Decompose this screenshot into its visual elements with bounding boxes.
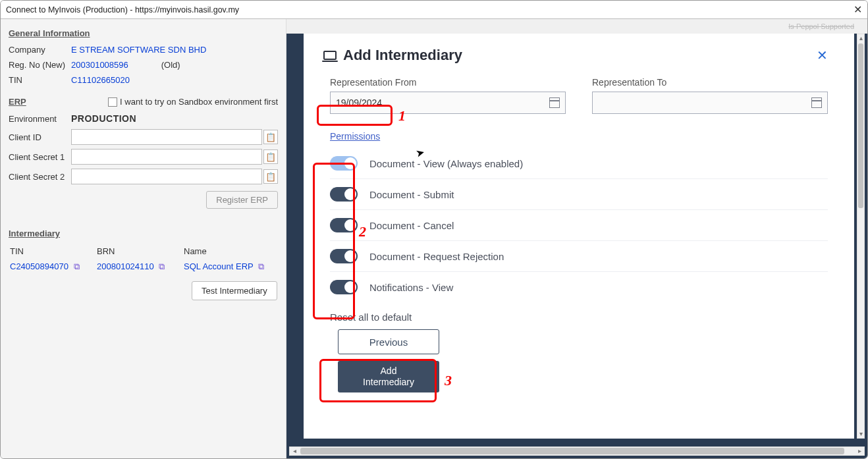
clipboard-icon[interactable]: 📋	[263, 130, 278, 144]
close-icon[interactable]: ✕	[854, 3, 862, 16]
row-brn: 200801024110	[97, 261, 154, 271]
close-icon[interactable]: ✕	[817, 47, 828, 63]
perm-row: Document - Submit	[330, 179, 828, 210]
peppol-hint: Is Peppol Supported	[788, 22, 854, 30]
col-tin: TIN	[10, 246, 95, 260]
general-heading: General Information	[9, 28, 278, 38]
secret1-input[interactable]	[71, 149, 262, 165]
top-strip: Is Peppol Supported	[286, 19, 867, 34]
intermediary-table-row: C24050894070 ⧉ 200801024110 ⧉ SQL Accoun…	[10, 261, 277, 272]
toggle-notif-view[interactable]	[330, 280, 358, 294]
row-tin: C24050894070	[10, 261, 68, 271]
row-name: SQL Account ERP	[184, 261, 254, 271]
vertical-scrollbar[interactable]: ▴ ▾	[857, 34, 865, 439]
tin-label: TIN	[9, 75, 71, 85]
env-label: Environment	[9, 114, 71, 124]
secret2-input[interactable]	[71, 169, 262, 184]
sandbox-checkbox[interactable]	[108, 97, 117, 107]
perm-label: Document - View (Always enabled)	[369, 158, 523, 169]
web-panel: Add Intermediary ✕ Representation From 1…	[304, 34, 854, 439]
clientid-input[interactable]	[71, 129, 262, 145]
window-title: Connect to MyInvois (Production) - https…	[6, 5, 239, 14]
secret2-label: Client Secret 2	[9, 172, 71, 182]
sandbox-text: I want to try on Sandbox environment fir…	[120, 97, 278, 107]
add-intermediary-button[interactable]: Add Intermediary	[338, 361, 439, 392]
toggle-doc-reject[interactable]	[330, 249, 358, 263]
perm-row: Document - Request Rejection	[330, 241, 828, 272]
toggle-doc-submit[interactable]	[330, 187, 358, 202]
toggle-doc-view	[330, 156, 358, 171]
left-panel: General Information Company E STREAM SOF…	[1, 19, 286, 458]
annotation-number-2: 2	[359, 223, 366, 240]
copy-icon[interactable]: ⧉	[256, 261, 267, 271]
erp-heading: ERP	[9, 97, 26, 107]
title-bar: Connect to MyInvois (Production) - https…	[1, 1, 867, 19]
regno-value: 200301008596	[71, 60, 128, 70]
calendar-icon[interactable]	[811, 97, 822, 108]
rep-from-value: 19/09/2024	[336, 97, 382, 108]
tin-value: C11102665020	[71, 75, 130, 85]
perm-label: Notifications - View	[369, 282, 453, 293]
company-value: E STREAM SOFTWARE SDN BHD	[71, 45, 206, 55]
permissions-heading: Permissions	[330, 131, 828, 142]
page-title-text: Add Intermediary	[343, 47, 462, 64]
page-title: Add Intermediary	[323, 47, 462, 64]
secret1-label: Client Secret 1	[9, 152, 71, 162]
company-label: Company	[9, 45, 71, 55]
regno-label: Reg. No (New)	[9, 60, 71, 70]
annotation-number-3: 3	[445, 372, 452, 389]
perm-label: Document - Request Rejection	[369, 251, 504, 262]
rep-to-input[interactable]	[592, 92, 828, 114]
register-erp-button[interactable]: Register ERP	[206, 191, 278, 209]
intermediary-heading: Intermediary	[9, 229, 278, 238]
env-value: PRODUCTION	[71, 113, 136, 124]
clientid-label: Client ID	[9, 132, 71, 142]
reset-link[interactable]: Reset all to default	[330, 311, 828, 323]
clipboard-icon[interactable]: 📋	[263, 169, 278, 184]
col-name: Name	[184, 246, 277, 260]
intermediary-table-header: TIN BRN Name	[10, 246, 277, 260]
previous-button[interactable]: Previous	[338, 329, 439, 354]
rep-from-label: Representation From	[330, 77, 566, 88]
rep-from-input[interactable]: 19/09/2024	[330, 92, 566, 114]
calendar-icon[interactable]	[549, 97, 560, 108]
rep-to-label: Representation To	[592, 77, 828, 88]
perm-label: Document - Submit	[369, 189, 454, 200]
perm-label: Document - Cancel	[369, 220, 454, 231]
toggle-doc-cancel[interactable]	[330, 218, 358, 232]
copy-icon[interactable]: ⧉	[156, 261, 167, 271]
horizontal-scrollbar[interactable]: ◂ ▸	[289, 446, 865, 456]
col-brn: BRN	[97, 246, 182, 260]
perm-row: Notifications - View	[330, 272, 828, 302]
copy-icon[interactable]: ⧉	[71, 261, 82, 271]
test-intermediary-button[interactable]: Test Intermediary	[192, 281, 277, 300]
perm-row: Document - View (Always enabled)	[330, 148, 828, 179]
perm-row: Document - Cancel	[330, 210, 828, 241]
sandbox-checkbox-label[interactable]: I want to try on Sandbox environment fir…	[108, 97, 278, 107]
regno-old-label: (Old)	[161, 60, 180, 70]
right-panel: Is Peppol Supported Add Intermediary ✕ R…	[286, 19, 867, 458]
annotation-number-1: 1	[398, 107, 406, 124]
clipboard-icon[interactable]: 📋	[263, 149, 278, 164]
laptop-icon	[323, 51, 337, 60]
